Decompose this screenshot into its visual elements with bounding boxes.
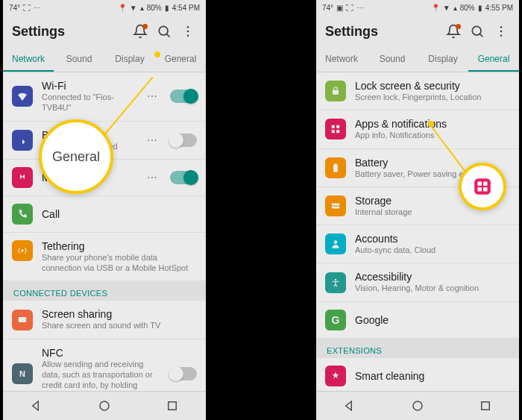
svg-rect-13: [332, 125, 335, 128]
more-icon: ⋯: [356, 4, 364, 12]
cast-icon: ⛶: [346, 4, 353, 12]
recents-button[interactable]: [166, 399, 179, 413]
row-accessibility[interactable]: Accessibility Vision, Hearing, Motor & c…: [316, 263, 519, 301]
tab-network[interactable]: Network: [3, 48, 54, 72]
bt-more-icon[interactable]: ⋯: [147, 134, 158, 146]
accounts-sub: Auto-sync data, Cloud: [355, 245, 510, 255]
annotation-dot: [154, 51, 160, 57]
tether-title: Tethering: [42, 240, 197, 252]
svg-rect-12: [333, 90, 339, 95]
search-icon[interactable]: [468, 22, 486, 40]
svg-point-4: [21, 249, 24, 252]
svg-rect-24: [481, 402, 489, 410]
battery-pct: 80%: [147, 4, 162, 12]
notifications-icon[interactable]: [444, 22, 462, 40]
overflow-menu-icon[interactable]: [179, 22, 197, 40]
phone-screen-left: 74° ⛶ ⋯ 📍 ▼ ▴ 80% ▮ 4:54 PM Settings Net…: [3, 0, 206, 420]
tether-sub: Share your phone's mobile data connectio…: [42, 252, 197, 274]
share-sub: Share screen and sound with TV: [42, 320, 197, 330]
wifi-title: Wi-Fi: [42, 80, 138, 92]
smart-title: Smart cleaning: [355, 370, 510, 382]
row-call[interactable]: Call: [3, 196, 206, 233]
wifi-row-icon: [12, 86, 33, 107]
back-button[interactable]: [343, 399, 356, 413]
more-icon: ⋯: [34, 4, 41, 12]
svg-point-2: [187, 31, 189, 33]
tab-display[interactable]: Display: [104, 48, 155, 72]
row-google[interactable]: G Google: [316, 302, 519, 339]
google-row-icon: G: [325, 310, 346, 330]
data-more-icon[interactable]: ⋯: [147, 172, 158, 184]
notifications-icon[interactable]: [131, 22, 149, 40]
svg-rect-5: [19, 317, 27, 322]
svg-rect-26: [478, 182, 482, 186]
notification-badge: [142, 24, 148, 29]
svg-rect-16: [336, 131, 339, 134]
row-tethering[interactable]: Tethering Share your phone's mobile data…: [3, 233, 206, 282]
data-row-icon: [12, 167, 33, 188]
settings-list[interactable]: Wi-Fi Connected to "Fios-TVB4U" ⋯ Blueto…: [3, 72, 206, 391]
home-button[interactable]: [98, 399, 111, 413]
back-button[interactable]: [30, 399, 43, 413]
wifi-toggle[interactable]: [170, 90, 197, 103]
section-connected-devices: CONNECTED DEVICES: [3, 281, 206, 301]
svg-rect-18: [335, 163, 336, 164]
tab-sound[interactable]: Sound: [367, 48, 418, 72]
nfc-toggle[interactable]: [170, 367, 197, 380]
row-accounts[interactable]: Accounts Auto-sync data, Cloud: [316, 225, 519, 263]
home-button[interactable]: [411, 399, 424, 413]
accessibility-sub: Vision, Hearing, Motor & cognition: [355, 283, 510, 293]
row-nfc[interactable]: N NFC Allow sending and receiving data, …: [3, 339, 206, 391]
overflow-menu-icon[interactable]: [492, 22, 510, 40]
temp: 74°: [9, 4, 20, 12]
clock: 4:54 PM: [172, 4, 200, 12]
svg-point-22: [335, 278, 336, 280]
svg-point-10: [500, 31, 503, 33]
row-screen-sharing[interactable]: Screen sharing Share screen and sound wi…: [3, 301, 206, 339]
wifi-more-icon[interactable]: ⋯: [147, 90, 158, 102]
tab-general[interactable]: General: [468, 48, 519, 72]
svg-rect-7: [168, 402, 176, 410]
share-row-icon: [12, 310, 33, 330]
search-icon[interactable]: [155, 22, 173, 40]
svg-point-0: [159, 26, 168, 35]
page-title: Settings: [325, 24, 438, 40]
bluetooth-row-icon: [12, 130, 33, 151]
storage-row-icon: [325, 195, 346, 216]
row-lock-screen[interactable]: Lock screen & security Screen lock, Fing…: [316, 72, 519, 110]
battery-row-icon: [325, 157, 346, 178]
svg-point-1: [187, 26, 189, 28]
recents-button[interactable]: [479, 399, 492, 413]
tab-display[interactable]: Display: [418, 48, 468, 72]
svg-rect-15: [332, 131, 335, 134]
accessibility-title: Accessibility: [355, 271, 510, 283]
bluetooth-toggle[interactable]: [170, 134, 197, 147]
accounts-row-icon: [325, 233, 346, 254]
battery-icon: ▮: [165, 4, 169, 12]
nfc-row-icon: N: [12, 363, 33, 384]
settings-list[interactable]: Lock screen & security Screen lock, Fing…: [316, 72, 519, 391]
location-icon: 📍: [431, 4, 440, 12]
tab-sound[interactable]: Sound: [54, 48, 104, 72]
app-header: Settings: [3, 15, 206, 48]
nfc-sub: Allow sending and receiving data, such a…: [42, 359, 161, 391]
notification-badge: [456, 24, 461, 29]
lock-sub: Screen lock, Fingerprints, Location: [355, 92, 510, 102]
call-row-icon: [12, 204, 33, 225]
row-apps[interactable]: Apps & notifications App info, Notificat…: [316, 110, 519, 148]
tab-general[interactable]: General: [155, 48, 206, 72]
data-toggle[interactable]: [170, 171, 197, 184]
svg-point-11: [500, 35, 503, 37]
svg-rect-29: [483, 187, 487, 191]
wifi-icon: ▼: [443, 4, 450, 12]
row-smart-cleaning[interactable]: Smart cleaning: [316, 358, 519, 391]
tab-network[interactable]: Network: [316, 48, 367, 72]
cast-icon: ⛶: [23, 4, 31, 12]
row-wifi[interactable]: Wi-Fi Connected to "Fios-TVB4U" ⋯: [3, 72, 206, 122]
svg-point-3: [187, 35, 189, 37]
svg-point-23: [413, 401, 422, 410]
android-nav-bar: [316, 391, 519, 420]
svg-rect-27: [483, 182, 487, 186]
svg-point-6: [100, 401, 109, 410]
svg-rect-17: [333, 164, 338, 172]
